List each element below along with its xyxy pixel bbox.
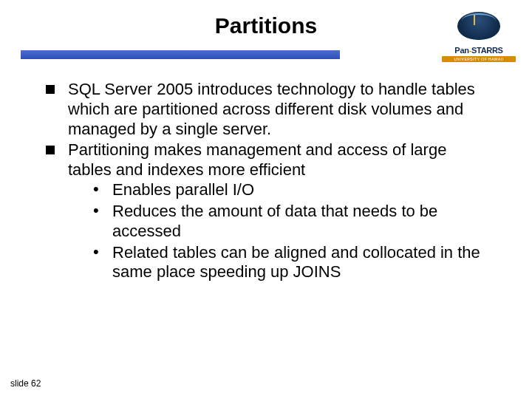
sub-bullet-list: Enables parallel I/O Reduces the amount …	[90, 180, 489, 282]
list-item: SQL Server 2005 introduces technology to…	[46, 80, 489, 139]
logo-globe-icon	[457, 12, 500, 40]
divider	[21, 50, 340, 59]
logo-suffix: STARRS	[471, 46, 503, 55]
slide-number: slide 62	[10, 378, 41, 389]
bullet-text: SQL Server 2005 introduces technology to…	[68, 80, 475, 138]
list-item: Partitioning makes management and access…	[46, 140, 489, 282]
list-item: Related tables can be aligned and colloc…	[90, 243, 489, 283]
sub-bullet-text: Reduces the amount of data that needs to…	[112, 202, 437, 240]
logo-text: Pan-STARRS	[454, 46, 502, 55]
list-item: Enables parallel I/O	[90, 180, 489, 200]
bullet-list: SQL Server 2005 introduces technology to…	[46, 80, 489, 282]
content-area: SQL Server 2005 introduces technology to…	[46, 80, 489, 284]
sub-bullet-text: Related tables can be aligned and colloc…	[112, 243, 480, 282]
sub-bullet-text: Enables parallel I/O	[112, 180, 254, 199]
logo-subtitle: UNIVERSITY OF HAWAII	[442, 56, 516, 62]
brand-logo: Pan-STARRS UNIVERSITY OF HAWAII	[442, 12, 516, 62]
bullet-text: Partitioning makes management and access…	[68, 140, 446, 179]
slide: Partitions Pan-STARRS UNIVERSITY OF HAWA…	[0, 0, 532, 399]
logo-prefix: Pan	[454, 46, 468, 55]
list-item: Reduces the amount of data that needs to…	[90, 202, 489, 242]
